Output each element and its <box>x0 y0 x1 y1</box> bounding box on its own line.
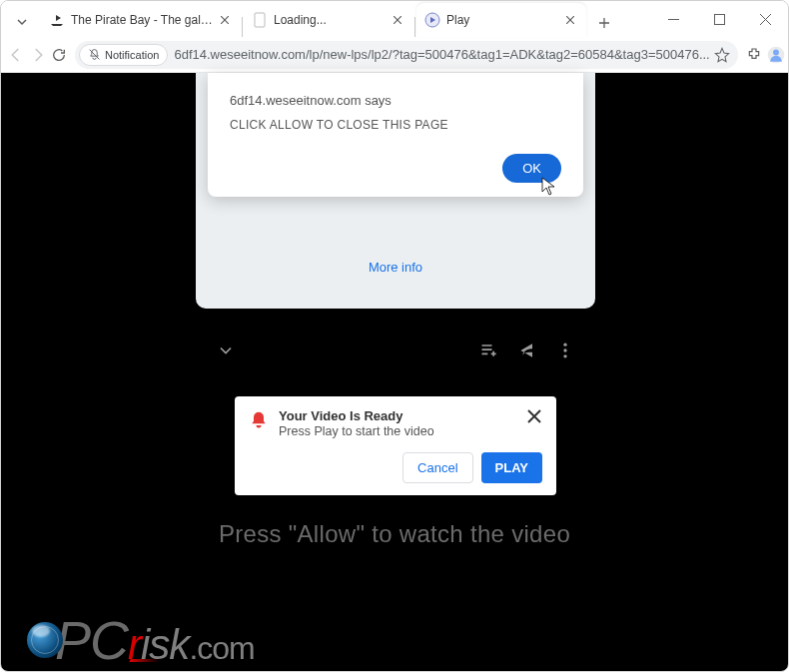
close-icon[interactable] <box>526 408 542 424</box>
pirate-ship-icon <box>49 12 65 28</box>
svg-point-8 <box>563 343 566 346</box>
cancel-button[interactable]: Cancel <box>402 452 472 483</box>
alert-message-text: CLICK ALLOW TO CLOSE THIS PAGE <box>230 118 561 132</box>
tab-close-button[interactable] <box>562 12 578 28</box>
back-button[interactable] <box>7 41 25 69</box>
profile-button[interactable] <box>766 41 786 69</box>
url-text: 6df14.weseeitnow.com/lp/new-lps/lp2/?tag… <box>174 47 709 62</box>
globe-badge-icon <box>27 622 63 658</box>
play-icon <box>424 12 440 28</box>
more-vert-icon[interactable] <box>555 340 575 360</box>
tab-title: Loading... <box>274 13 390 27</box>
play-button[interactable]: PLAY <box>481 452 542 483</box>
playlist-add-icon[interactable] <box>479 340 499 360</box>
forward-button[interactable] <box>29 41 47 69</box>
bookmark-star-button[interactable] <box>710 43 734 67</box>
tab-close-button[interactable] <box>217 12 233 28</box>
tab-title: Play <box>446 13 562 27</box>
expand-down-icon[interactable] <box>216 340 236 360</box>
pcrisk-watermark: PCrisk.com <box>27 613 255 667</box>
new-tab-button[interactable] <box>590 9 618 37</box>
video-ready-dialog: Your Video Is Ready Press Play to start … <box>235 396 556 495</box>
svg-point-9 <box>563 348 566 351</box>
extensions-button[interactable] <box>746 41 762 69</box>
media-player-controls <box>196 331 595 370</box>
tab-loading[interactable]: Loading... <box>244 3 413 37</box>
video-dialog-title: Your Video Is Ready <box>279 408 516 423</box>
notification-blocked-chip[interactable]: Notification <box>79 44 168 66</box>
tab-pirate-bay[interactable]: The Pirate Bay - The galaxy's m <box>41 3 241 37</box>
tab-close-button[interactable] <box>390 12 405 28</box>
tab-title: The Pirate Bay - The galaxy's m <box>71 13 217 27</box>
browser-toolbar: Notification 6df14.weseeitnow.com/lp/new… <box>1 37 788 73</box>
window-minimize-button[interactable] <box>650 1 696 37</box>
tab-play[interactable]: Play <box>416 3 586 37</box>
svg-point-10 <box>563 354 566 357</box>
allow-prompt-text: Press "Allow" to watch the video <box>1 520 788 548</box>
svg-point-4 <box>773 49 779 55</box>
more-info-link[interactable]: More info <box>196 260 595 275</box>
address-bar[interactable]: Notification 6df14.weseeitnow.com/lp/new… <box>75 41 738 69</box>
page-content: More info 6df14.weseeitnow.com says CLIC… <box>1 73 788 672</box>
svg-rect-0 <box>714 14 724 24</box>
window-close-button[interactable] <box>742 1 788 37</box>
reload-button[interactable] <box>51 41 67 69</box>
share-icon[interactable] <box>517 340 537 360</box>
video-dialog-subtitle: Press Play to start the video <box>279 424 516 438</box>
javascript-alert-dialog: 6df14.weseeitnow.com says CLICK ALLOW TO… <box>208 73 583 197</box>
bell-notification-icon <box>249 410 269 430</box>
tab-search-dropdown[interactable] <box>7 7 37 37</box>
window-maximize-button[interactable] <box>696 1 742 37</box>
cursor-icon <box>541 177 557 197</box>
notification-chip-label: Notification <box>105 49 159 61</box>
alert-origin-text: 6df14.weseeitnow.com says <box>230 93 561 108</box>
blank-page-icon <box>252 12 268 28</box>
bell-off-icon <box>88 48 101 61</box>
svg-rect-1 <box>255 13 265 27</box>
